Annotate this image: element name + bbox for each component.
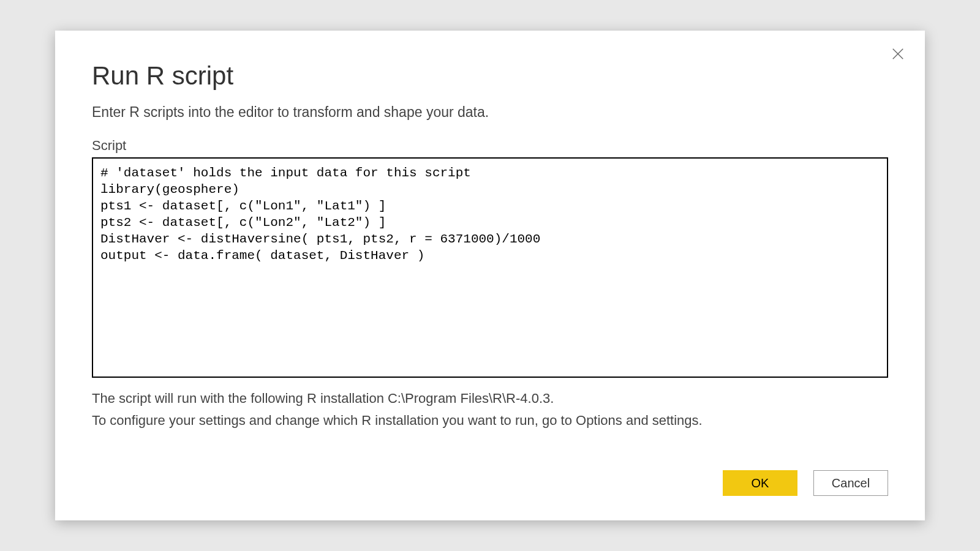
dialog-title: Run R script [92, 61, 888, 91]
script-editor[interactable] [92, 157, 888, 378]
close-button[interactable] [886, 42, 910, 66]
dialog-subtitle: Enter R scripts into the editor to trans… [92, 104, 888, 121]
script-label: Script [92, 138, 888, 154]
button-row: OK Cancel [92, 455, 888, 496]
install-path-line: The script will run with the following R… [92, 388, 888, 410]
run-r-script-dialog: Run R script Enter R scripts into the ed… [55, 31, 925, 520]
install-config-line: To configure your settings and change wh… [92, 410, 888, 432]
install-info: The script will run with the following R… [92, 388, 888, 432]
close-icon [891, 47, 905, 61]
ok-button[interactable]: OK [723, 470, 797, 496]
cancel-button[interactable]: Cancel [813, 470, 888, 496]
